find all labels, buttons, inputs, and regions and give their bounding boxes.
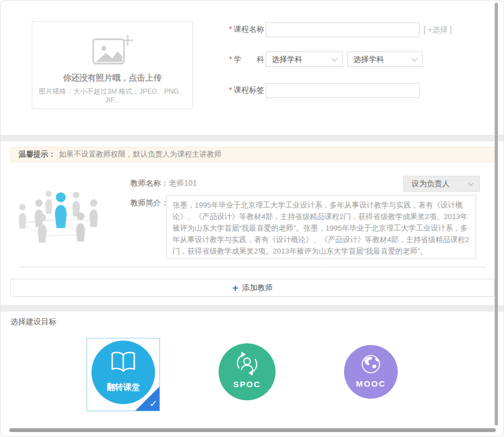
course-tag-label: *课程标签	[229, 83, 264, 97]
goal-option-flipped-classroom[interactable]: 翻转课堂 ✓	[87, 338, 160, 411]
cover-upload-box[interactable]: 你还没有照片哦，点击上传 图片规格：大小不超过3M 格式：JPEG、PNG、JI…	[32, 21, 193, 109]
subject-select-2[interactable]: 选择学科	[347, 51, 423, 67]
teacher-name-value: 老师101	[169, 179, 197, 188]
warm-tip-bar: 温馨提示：如果不设置教师权限，默认负责人为课程主讲教师	[10, 147, 495, 162]
check-icon: ✓	[150, 398, 157, 410]
sync-person-icon	[232, 349, 262, 378]
course-tag-input[interactable]	[266, 83, 420, 98]
plus-icon: +	[232, 283, 238, 293]
section-divider	[1, 135, 504, 141]
bottom-scrollbar[interactable]	[9, 428, 496, 432]
course-name-input[interactable]	[266, 22, 420, 37]
course-name-label: *课程名称	[229, 22, 264, 37]
upload-spec-text: 图片规格：大小不超过3M 格式：JPEG、PNG、JIF...	[32, 87, 192, 104]
goal-option-spoc[interactable]: SPOC	[219, 343, 276, 400]
course-edit-page: 你还没有照片哦，点击上传 图片规格：大小不超过3M 格式：JPEG、PNG、JI…	[0, 0, 504, 437]
vertical-scrollbar[interactable]	[495, 3, 498, 426]
teacher-intro-label: 教师简介：	[130, 198, 169, 208]
required-asterisk: *	[229, 25, 232, 33]
teacher-network-illustration	[14, 185, 108, 257]
add-teacher-button[interactable]: + 添加教师	[10, 279, 495, 297]
upload-hint-text: 你还没有照片哦，点击上传	[32, 73, 192, 83]
dashed-divider	[20, 267, 485, 267]
globe-icon	[358, 352, 383, 377]
image-plus-icon	[91, 34, 133, 67]
course-name-select-link[interactable]: [ +选择 ]	[423, 25, 452, 35]
teacher-intro-textarea[interactable]: 张墨，1995年毕业于北京理工大学工业设计系，多年从事设计教学与实践，著有《设计…	[166, 195, 476, 259]
subject-select-1[interactable]: 选择学科	[266, 51, 343, 67]
open-book-icon	[108, 350, 139, 375]
teacher-name-label: 教师名称：	[130, 179, 169, 188]
chevron-down-icon	[332, 56, 337, 62]
tip-text: 如果不设置教师权限，默认负责人为课程主讲教师	[59, 150, 222, 158]
section-divider	[1, 305, 504, 312]
required-asterisk: *	[229, 55, 232, 64]
subject-label: *学科	[229, 52, 264, 67]
chevron-down-icon	[412, 56, 417, 62]
required-asterisk: *	[229, 85, 232, 94]
goals-section-label: 选择建设目标	[10, 317, 56, 327]
blue-person-figure	[55, 192, 67, 228]
tip-prefix: 温馨提示：	[19, 150, 56, 158]
chevron-down-icon	[468, 181, 474, 186]
goal-option-mooc[interactable]: MOOC	[344, 345, 398, 399]
teacher-role-select[interactable]: 设为负责人	[403, 176, 480, 192]
